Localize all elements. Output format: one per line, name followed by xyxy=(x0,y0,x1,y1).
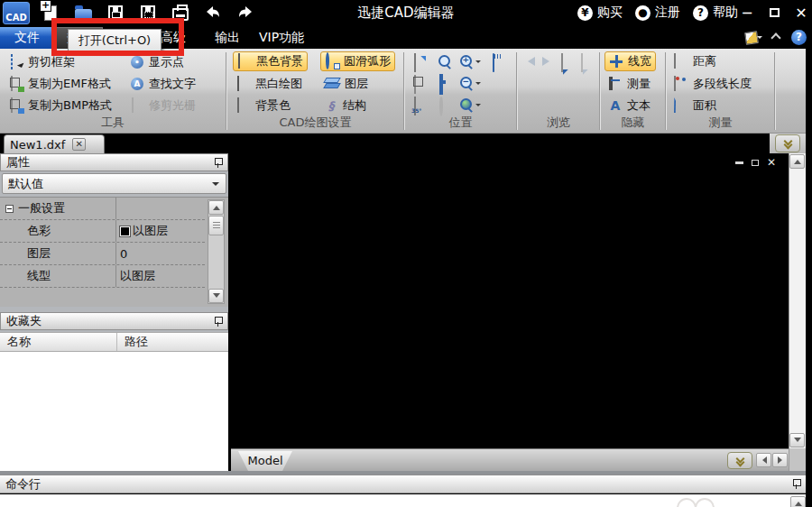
annotate-tool-button[interactable] xyxy=(744,31,761,44)
minimize-button[interactable]: ─ xyxy=(738,4,756,22)
scroll-down-button[interactable] xyxy=(208,289,224,303)
buy-button[interactable]: ¥ 购买 xyxy=(577,5,623,21)
zoom-in-button[interactable]: + xyxy=(459,51,481,71)
tab-list-dropdown-button[interactable] xyxy=(775,134,800,152)
property-row-linetype[interactable]: 线型 以图层 xyxy=(0,265,205,288)
polyline-length-button[interactable]: 多段线长度 xyxy=(670,74,755,94)
back-arrow-icon xyxy=(523,57,535,66)
copy-view-button[interactable] xyxy=(409,73,430,93)
black-background-button[interactable]: 黑色背景 xyxy=(233,51,308,71)
tab-file[interactable]: 文件 xyxy=(0,27,54,49)
help-button[interactable]: ? 帮助 xyxy=(693,5,738,21)
pin-icon[interactable] xyxy=(214,158,222,168)
copy-emf-button[interactable]: 复制为EMF格式 xyxy=(5,74,115,94)
properties-grid: 一般设置 色彩 以图层 图层 0 线型 以图层 xyxy=(0,197,228,307)
hide-text-button[interactable]: A 文本 xyxy=(604,96,654,115)
collapse-ribbon-button[interactable] xyxy=(771,33,780,41)
linewidth-toggle-button[interactable]: 线宽 xyxy=(604,51,656,71)
document-tab-close-icon[interactable]: ✕ xyxy=(72,138,86,151)
bw-drawing-button[interactable]: 黑白绘图 xyxy=(233,74,306,94)
layout-scroll-right-button[interactable] xyxy=(772,453,788,467)
undo-button[interactable] xyxy=(201,2,225,23)
smooth-arc-button[interactable]: 圆滑弧形 xyxy=(320,51,395,71)
layers-button[interactable]: 图层 xyxy=(320,74,372,94)
find-text-button[interactable]: A 查找文字 xyxy=(126,74,199,94)
distance-icon xyxy=(674,53,676,69)
annotation-red-box xyxy=(51,18,184,56)
rotate-view-button[interactable] xyxy=(409,51,430,71)
pin-icon[interactable] xyxy=(792,479,800,489)
pin-icon[interactable] xyxy=(214,317,222,327)
maximize-button[interactable] xyxy=(765,4,783,22)
register-button[interactable]: ● 注册 xyxy=(635,5,680,21)
background-color-button[interactable]: 背景色 xyxy=(233,96,294,115)
redo-button[interactable] xyxy=(234,2,257,23)
chevron-down-icon xyxy=(784,140,791,147)
distance-button[interactable]: 距离 xyxy=(670,51,720,71)
area-button[interactable]: 面积 xyxy=(670,96,720,115)
quick-help-button[interactable]: ? xyxy=(791,30,807,45)
favorites-name-column[interactable]: 名称 xyxy=(0,333,117,351)
doc-minimize-icon[interactable] xyxy=(735,161,743,164)
favorites-path-column[interactable]: 路径 xyxy=(117,333,228,351)
model-tab[interactable]: Model xyxy=(238,451,292,471)
area-icon xyxy=(674,97,676,113)
command-line-title: 命令行 xyxy=(5,477,41,491)
doc-close-icon[interactable]: ✕ xyxy=(767,159,776,166)
property-row-color[interactable]: 色彩 以图层 xyxy=(0,220,205,243)
property-group-row[interactable]: 一般设置 xyxy=(0,198,205,220)
fit-to-window-button[interactable] xyxy=(434,73,456,93)
cmdline-scroll-up-button[interactable] xyxy=(790,496,806,507)
zoom-out-button[interactable]: − xyxy=(459,73,481,93)
previous-view-button[interactable] xyxy=(556,51,577,71)
canvas-scroll-down-button[interactable] xyxy=(789,433,805,447)
tabstrip-right-area xyxy=(770,134,806,153)
app-logo-icon[interactable]: CAD xyxy=(3,2,30,24)
menubar-right-tools: ? xyxy=(744,28,807,46)
canvas-vertical-scrollbar[interactable] xyxy=(789,153,806,448)
group-label-tools: 工具 xyxy=(0,115,226,131)
yuan-icon: ¥ xyxy=(577,5,593,21)
layout-list-dropdown-button[interactable] xyxy=(727,452,752,469)
pan-button[interactable] xyxy=(488,51,510,71)
ribbon-group-position: + − 位置 xyxy=(405,49,516,134)
group-label-browse: 浏览 xyxy=(518,115,599,131)
close-button[interactable]: ✕ xyxy=(792,4,810,22)
preset-combobox[interactable]: 默认值 xyxy=(2,173,226,194)
next-view-icon xyxy=(581,53,583,72)
polyline-length-icon xyxy=(674,76,676,91)
zoom-window-button[interactable] xyxy=(434,51,456,71)
redo-icon xyxy=(236,5,254,21)
favorites-list[interactable] xyxy=(0,352,228,471)
fit-to-window-icon xyxy=(439,74,443,95)
undo-icon xyxy=(204,5,222,21)
layout-scroll-left-button[interactable] xyxy=(756,453,771,467)
property-group-label: 一般设置 xyxy=(18,200,65,217)
zoom-extents-button[interactable] xyxy=(459,95,481,115)
doc-restore-icon[interactable] xyxy=(752,160,759,166)
properties-scrollbar[interactable] xyxy=(208,199,225,304)
smooth-arc-icon xyxy=(326,52,329,69)
command-line-body[interactable] xyxy=(0,494,806,507)
scroll-up-button[interactable] xyxy=(208,200,224,215)
tab-output[interactable]: 输出 xyxy=(208,27,247,49)
drawing-canvas[interactable]: ✕ xyxy=(231,153,789,448)
copy-bmp-icon xyxy=(11,97,13,113)
rotate-angle-button[interactable] xyxy=(409,95,430,115)
previous-view-icon xyxy=(561,53,563,72)
group-label-cad-settings: CAD绘图设置 xyxy=(227,115,403,131)
tab-vip[interactable]: VIP功能 xyxy=(254,27,309,49)
watermark-circle xyxy=(695,498,715,507)
scroll-thumb[interactable] xyxy=(208,216,224,235)
tree-collapse-icon[interactable] xyxy=(5,205,14,213)
hide-measure-button[interactable]: 测量 xyxy=(604,74,654,94)
copy-bmp-button[interactable]: 复制为BMP格式 xyxy=(5,96,115,115)
zoom-window-icon xyxy=(438,54,452,69)
property-row-layer[interactable]: 图层 0 xyxy=(0,243,205,265)
structure-button[interactable]: § 结构 xyxy=(320,96,370,115)
command-line-header: 命令行 xyxy=(0,475,806,493)
document-tab[interactable]: New1.dxf ✕ xyxy=(4,134,105,153)
app-window: CAD 迅捷CAD编辑器 ¥ 购买 ● 注册 ? xyxy=(0,0,812,507)
canvas-scroll-up-button[interactable] xyxy=(789,154,805,169)
black-background-icon xyxy=(238,53,240,69)
